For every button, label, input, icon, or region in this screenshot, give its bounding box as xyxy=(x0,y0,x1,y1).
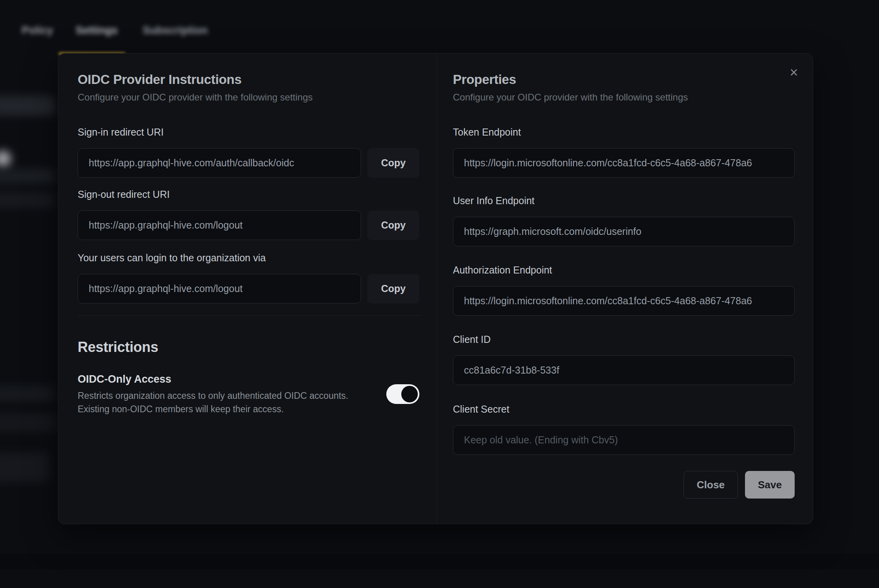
tab-policy[interactable]: Policy xyxy=(22,24,53,37)
restrictions-title: Restrictions xyxy=(78,339,419,355)
copy-signout-button[interactable]: Copy xyxy=(367,210,419,240)
instructions-column: OIDC Provider Instructions Configure you… xyxy=(58,54,437,524)
blurred-background-text xyxy=(0,96,55,115)
instructions-title: OIDC Provider Instructions xyxy=(78,72,419,87)
tab-subscription[interactable]: Subscription xyxy=(143,24,208,37)
client-id-label: Client ID xyxy=(453,334,795,346)
tab-settings[interactable]: Settings xyxy=(76,24,118,37)
background-band xyxy=(0,554,879,569)
oidc-only-access-description: Restricts organization access to only au… xyxy=(78,389,348,416)
token-endpoint-label: Token Endpoint xyxy=(453,127,795,138)
userinfo-endpoint-label: User Info Endpoint xyxy=(453,195,795,207)
close-button[interactable]: Close xyxy=(683,471,738,499)
copy-signin-button[interactable]: Copy xyxy=(367,148,419,178)
screen: Policy Settings Subscription × OIDC Prov… xyxy=(0,0,879,588)
client-id-input[interactable] xyxy=(453,355,795,385)
copy-login-via-button[interactable]: Copy xyxy=(367,274,419,303)
save-button[interactable]: Save xyxy=(745,471,795,499)
oidc-settings-modal: × OIDC Provider Instructions Configure y… xyxy=(58,53,813,524)
properties-subtitle: Configure your OIDC provider with the fo… xyxy=(453,92,795,103)
signin-redirect-input[interactable] xyxy=(78,148,361,178)
instructions-subtitle: Configure your OIDC provider with the fo… xyxy=(78,92,419,103)
blurred-background-text xyxy=(0,385,55,402)
authorization-endpoint-label: Authorization Endpoint xyxy=(453,264,795,276)
oidc-only-access-label: OIDC-Only Access xyxy=(78,373,348,385)
properties-column: Properties Configure your OIDC provider … xyxy=(437,54,814,524)
token-endpoint-input[interactable] xyxy=(453,148,795,178)
properties-title: Properties xyxy=(453,72,795,87)
blurred-background-text xyxy=(0,169,55,184)
oidc-only-toggle[interactable] xyxy=(386,384,419,404)
login-via-input[interactable] xyxy=(78,274,361,303)
blurred-background-button xyxy=(0,452,49,482)
signout-redirect-input[interactable] xyxy=(78,210,361,240)
authorization-endpoint-input[interactable] xyxy=(453,286,795,316)
blurred-background-dot xyxy=(0,151,11,167)
description-line: Existing non-OIDC members will keep thei… xyxy=(78,402,348,416)
client-secret-label: Client Secret xyxy=(453,404,795,415)
description-line: Restricts organization access to only au… xyxy=(78,389,348,402)
oidc-only-access-block: OIDC-Only Access Restricts organization … xyxy=(78,373,348,416)
signin-redirect-label: Sign-in redirect URI xyxy=(78,127,419,138)
userinfo-endpoint-input[interactable] xyxy=(453,217,795,246)
login-via-label: Your users can login to the organization… xyxy=(78,252,419,264)
signout-redirect-label: Sign-out redirect URI xyxy=(78,189,419,201)
blurred-background-text xyxy=(0,192,55,208)
section-divider xyxy=(78,315,419,316)
blurred-background-text xyxy=(0,413,57,432)
client-secret-input[interactable] xyxy=(453,425,795,455)
toggle-thumb xyxy=(401,386,418,402)
